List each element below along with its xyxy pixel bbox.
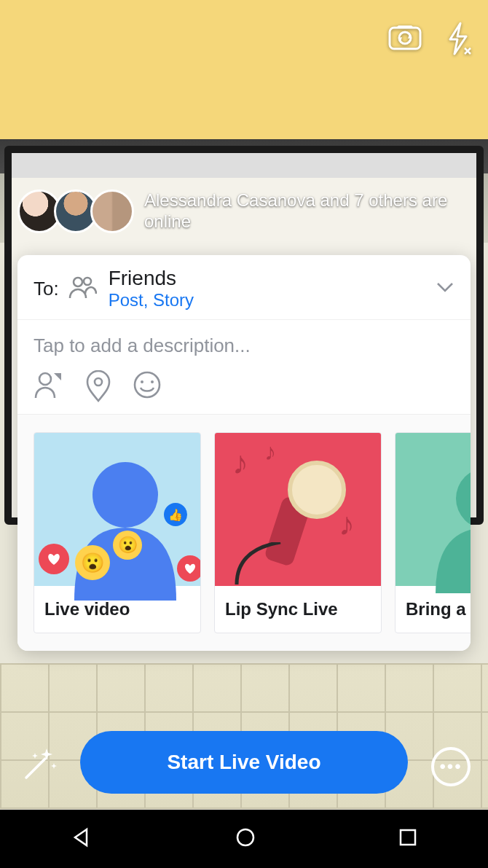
feeling-icon[interactable] [133,370,162,405]
nav-home-icon[interactable] [235,826,256,851]
svg-point-11 [237,829,253,845]
svg-point-5 [135,372,160,397]
option-live-video[interactable]: 😮 😮 👍 Live video [34,432,201,633]
ellipsis-icon: ••• [439,756,462,777]
svg-rect-12 [401,830,415,845]
svg-rect-0 [390,28,420,49]
nav-back-icon[interactable] [71,826,93,851]
svg-point-7 [151,380,154,383]
svg-point-9 [456,468,471,529]
start-live-button[interactable]: Start Live Video [80,731,408,794]
location-icon[interactable] [84,370,112,405]
svg-point-6 [141,380,143,383]
avatar [90,189,134,233]
more-options-button[interactable]: ••• [431,747,471,786]
live-setup-card: To: Friends Post, Story Tap to add a des… [17,255,471,651]
tag-people-icon[interactable] [34,370,64,405]
friends-icon [68,275,97,302]
audience-subtitle: Post, Story [109,290,436,310]
effects-wand-icon[interactable] [20,743,61,783]
nav-recent-icon[interactable] [398,828,417,850]
description-input[interactable]: Tap to add a description... [34,335,454,357]
android-navbar [0,810,488,868]
start-live-label: Start Live Video [167,751,320,774]
option-bring-friend[interactable]: Bring a friend [395,432,471,633]
online-text: Alessandra Casanova and 7 others are onl… [144,190,471,232]
svg-point-4 [95,378,102,386]
bring-friend-art [395,433,471,586]
online-friends-strip[interactable]: Alessandra Casanova and 7 others are onl… [17,189,471,233]
svg-point-2 [84,278,91,285]
lip-sync-art: ♪ ♪ ♪ [215,433,381,586]
svg-point-3 [39,373,51,385]
option-lip-sync[interactable]: ♪ ♪ ♪ Lip Sync Live [214,432,382,633]
flash-off-icon[interactable] [444,22,473,58]
to-label: To: [34,278,59,300]
chevron-down-icon [436,281,454,296]
svg-point-1 [74,278,82,286]
audience-title: Friends [109,267,436,290]
svg-point-8 [93,462,158,528]
online-avatars [17,189,134,233]
audience-selector[interactable]: To: Friends Post, Story [17,255,471,319]
camera-switch-icon[interactable] [387,22,422,58]
live-options-row: 😮 😮 👍 Live video ♪ ♪ ♪ Lip Sync Live [17,414,471,651]
live-video-art: 😮 😮 👍 [34,433,200,586]
option-label: Lip Sync Live [215,586,381,633]
